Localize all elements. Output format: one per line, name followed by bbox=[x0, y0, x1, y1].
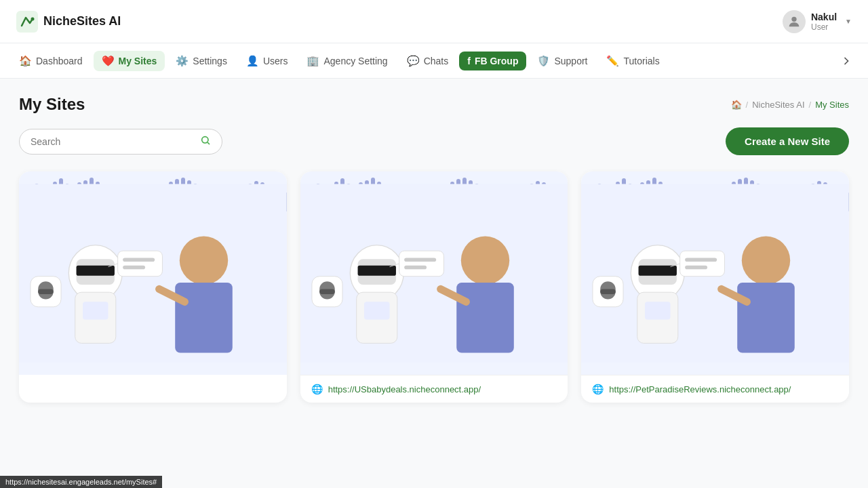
logo-text: NicheSites AI bbox=[43, 14, 121, 28]
support-icon: 🛡️ bbox=[537, 55, 550, 67]
svg-rect-48 bbox=[680, 251, 725, 277]
globe-icon-2: 🌐 bbox=[311, 384, 323, 394]
breadcrumb-parent: NicheSites AI bbox=[752, 100, 804, 110]
nav-item-my-sites[interactable]: ❤️ My Sites bbox=[94, 51, 165, 71]
svg-point-3 bbox=[202, 136, 208, 142]
svg-point-1 bbox=[31, 17, 35, 20]
svg-point-14 bbox=[180, 236, 228, 284]
tutorials-icon: ✏️ bbox=[606, 55, 619, 67]
illustration-2 bbox=[300, 171, 568, 375]
svg-rect-15 bbox=[175, 283, 233, 352]
user-role: User bbox=[811, 22, 837, 32]
card-image-1 bbox=[19, 171, 287, 375]
nav-scroll-right[interactable] bbox=[835, 50, 857, 72]
search-box[interactable] bbox=[19, 129, 222, 155]
svg-rect-8 bbox=[38, 289, 54, 294]
card-footer-3: 🌐 https://PetParadiseReviews.nicheconnec… bbox=[581, 375, 849, 403]
breadcrumb-current: My Sites bbox=[815, 100, 849, 110]
svg-rect-18 bbox=[123, 258, 155, 262]
card-image-3 bbox=[581, 171, 849, 375]
users-icon: 👤 bbox=[246, 55, 259, 67]
breadcrumb-home-icon: 🏠 bbox=[731, 100, 742, 110]
svg-rect-47 bbox=[738, 283, 795, 352]
site-card-3[interactable]: 🌐 https://PetParadiseReviews.nicheconnec… bbox=[581, 171, 849, 403]
site-card-2[interactable]: 🌐 https://USbabydeals.nicheconnect.app/ bbox=[300, 171, 568, 403]
toolbar: Create a New Site bbox=[19, 127, 849, 155]
status-bar: https://nichesitesai.engageleads.net/myS… bbox=[0, 476, 162, 488]
svg-point-2 bbox=[791, 16, 796, 21]
nav-label-chats: Chats bbox=[424, 56, 449, 66]
svg-rect-11 bbox=[77, 266, 115, 276]
svg-rect-45 bbox=[645, 302, 671, 319]
svg-rect-50 bbox=[685, 258, 717, 262]
svg-rect-34 bbox=[404, 258, 436, 262]
nav-label-users: Users bbox=[263, 56, 288, 66]
breadcrumb-sep-1: / bbox=[746, 100, 749, 110]
svg-point-30 bbox=[460, 236, 509, 284]
logo[interactable]: NicheSites AI bbox=[16, 11, 121, 33]
svg-rect-40 bbox=[601, 289, 616, 294]
nav-item-fb-group[interactable]: f FB Group bbox=[459, 52, 526, 70]
nav-label-fb-group: FB Group bbox=[475, 56, 519, 66]
nav-item-agency-setting[interactable]: 🏢 Agency Setting bbox=[298, 51, 395, 71]
nav-item-chats[interactable]: 💬 Chats bbox=[399, 51, 457, 71]
illustration-1 bbox=[19, 171, 287, 375]
svg-rect-32 bbox=[399, 251, 443, 277]
nav-label-my-sites: My Sites bbox=[119, 56, 157, 66]
navigation: 🏠 Dashboard ❤️ My Sites ⚙️ Settings 👤 Us… bbox=[0, 43, 868, 79]
chevron-down-icon: ▼ bbox=[845, 18, 852, 25]
nav-item-settings[interactable]: ⚙️ Settings bbox=[167, 51, 235, 71]
svg-rect-13 bbox=[83, 302, 108, 319]
nav-label-tutorials: Tutorials bbox=[623, 56, 659, 66]
nav-item-support[interactable]: 🛡️ Support bbox=[529, 51, 595, 71]
sites-grid: 🌐 https://USbabydeals.nicheconnect.app/ bbox=[19, 171, 849, 403]
chats-icon: 💬 bbox=[407, 55, 420, 67]
globe-icon-3: 🌐 bbox=[592, 384, 604, 394]
nav-item-tutorials[interactable]: ✏️ Tutorials bbox=[598, 51, 667, 71]
search-input[interactable] bbox=[31, 136, 195, 147]
nav-label-agency: Agency Setting bbox=[323, 56, 387, 66]
page-title: My Sites bbox=[19, 95, 85, 114]
nav-label-settings: Settings bbox=[193, 56, 227, 66]
card-image-2 bbox=[300, 171, 568, 375]
svg-rect-29 bbox=[364, 302, 390, 319]
card-url-2: https://USbabydeals.nicheconnect.app/ bbox=[328, 384, 481, 394]
site-card-1[interactable] bbox=[19, 171, 287, 403]
svg-rect-35 bbox=[404, 266, 427, 270]
svg-rect-24 bbox=[319, 289, 335, 294]
svg-rect-16 bbox=[118, 251, 163, 277]
user-name: Nakul bbox=[811, 12, 837, 22]
svg-rect-27 bbox=[357, 266, 395, 276]
nav-label-support: Support bbox=[554, 56, 587, 66]
illustration-3 bbox=[581, 171, 849, 375]
nav-item-dashboard[interactable]: 🏠 Dashboard bbox=[11, 51, 91, 71]
nav-item-users[interactable]: 👤 Users bbox=[238, 51, 296, 71]
page-header: My Sites 🏠 / NicheSites AI / My Sites bbox=[19, 95, 849, 114]
status-url: https://nichesitesai.engageleads.net/myS… bbox=[5, 478, 157, 486]
settings-icon: ⚙️ bbox=[176, 55, 189, 67]
card-footer-2: 🌐 https://USbabydeals.nicheconnect.app/ bbox=[300, 375, 568, 403]
nav-label-dashboard: Dashboard bbox=[36, 56, 83, 66]
breadcrumb-sep-2: / bbox=[809, 100, 812, 110]
svg-point-46 bbox=[742, 236, 790, 284]
main-content: My Sites 🏠 / NicheSites AI / My Sites Cr… bbox=[0, 79, 868, 488]
header: NicheSites AI Nakul User ▼ bbox=[0, 0, 868, 43]
card-url-3: https://PetParadiseReviews.nicheconnect.… bbox=[609, 384, 791, 394]
svg-rect-19 bbox=[123, 266, 145, 270]
agency-icon: 🏢 bbox=[307, 55, 319, 67]
fb-icon: f bbox=[467, 56, 471, 66]
logo-icon bbox=[16, 11, 38, 33]
my-sites-icon: ❤️ bbox=[102, 55, 115, 67]
dashboard-icon: 🏠 bbox=[19, 55, 32, 67]
create-new-site-button[interactable]: Create a New Site bbox=[726, 127, 849, 155]
user-info: Nakul User bbox=[811, 12, 837, 32]
search-icon bbox=[200, 135, 211, 148]
svg-rect-51 bbox=[685, 266, 707, 270]
svg-line-4 bbox=[208, 142, 210, 144]
svg-rect-43 bbox=[639, 266, 677, 276]
svg-rect-31 bbox=[456, 283, 514, 352]
avatar bbox=[783, 10, 806, 33]
breadcrumb: 🏠 / NicheSites AI / My Sites bbox=[731, 100, 849, 110]
svg-rect-0 bbox=[16, 11, 38, 33]
user-menu[interactable]: Nakul User ▼ bbox=[783, 10, 852, 33]
